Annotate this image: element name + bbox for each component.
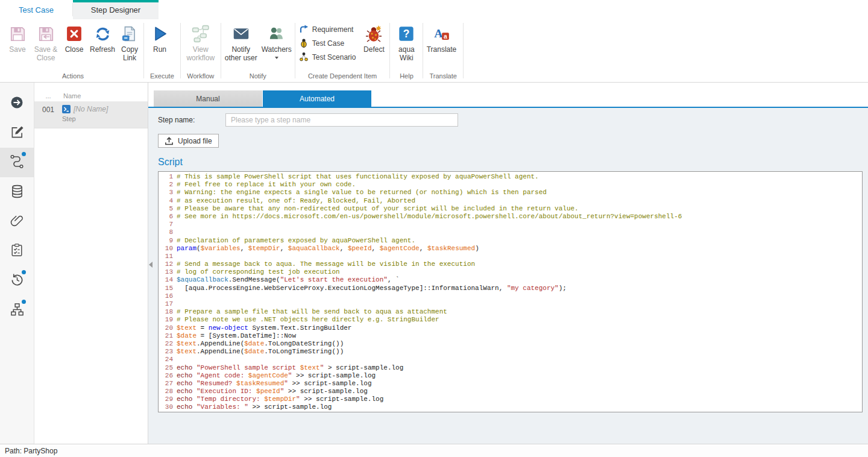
- run-icon: [151, 24, 169, 43]
- code-line: 10param($variables, $tempDir, $aquaCallb…: [159, 245, 862, 253]
- code-line: 7: [159, 221, 862, 228]
- code-line: 24: [159, 356, 862, 364]
- translate-button[interactable]: Aa Translate: [424, 22, 458, 55]
- sidebar-item-attachments[interactable]: [0, 207, 34, 236]
- code-line: 6# See more in https://docs.microsoft.co…: [159, 213, 862, 221]
- sidebar-item-edit[interactable]: [0, 118, 34, 148]
- step-type-label: Step: [62, 115, 148, 122]
- copy-link-button[interactable]: Copy Link: [117, 22, 142, 63]
- step-name-label: [No Name]: [74, 105, 108, 113]
- code-line: 21$date = [System.DateTime]::Now: [159, 332, 862, 340]
- save-close-icon: [38, 24, 54, 43]
- refresh-icon: [95, 24, 111, 43]
- paperclip-icon: [10, 214, 24, 229]
- code-line: 28echo "Execution ID: $peeId" >> script-…: [159, 388, 862, 396]
- code-line: 5# Please be aware that any non-redirect…: [159, 205, 862, 213]
- open-arrow-icon: [10, 95, 24, 112]
- database-icon: [10, 184, 24, 200]
- save-button: Save: [4, 22, 31, 55]
- automated-step-form: Step name: Upload file Script 1# This is…: [148, 108, 868, 444]
- requirement-icon: [299, 24, 309, 36]
- save-icon: [10, 24, 26, 43]
- code-line: 8: [159, 228, 862, 236]
- left-rail: [0, 83, 34, 444]
- code-line: 2# Feel free to replace it with your own…: [159, 181, 862, 189]
- upload-icon: [165, 136, 174, 145]
- column-header-name[interactable]: Name: [62, 92, 148, 99]
- sidebar-item-data[interactable]: [0, 177, 34, 207]
- step-list-item[interactable]: 001 [No Name] Step: [34, 102, 148, 128]
- code-line: 22$text.AppendLine($date.ToLongDateStrin…: [159, 340, 862, 348]
- sidebar-item-checklist[interactable]: [0, 236, 34, 266]
- checklist-icon: [10, 244, 24, 259]
- code-line: 25echo "PowerShell sample script $text" …: [159, 364, 862, 372]
- workflow-icon: [192, 24, 210, 43]
- script-code-editor[interactable]: 1# This is sample PowerShell script that…: [158, 171, 863, 412]
- run-button[interactable]: Run: [145, 22, 174, 55]
- test-scenario-icon: [299, 52, 309, 63]
- statusbar: Path: PartyShop: [0, 444, 868, 457]
- ribbon-separator: [463, 23, 464, 78]
- ribbon-separator: [143, 23, 144, 78]
- steps-panel: ... Name 001 [No Name] Step: [34, 83, 148, 444]
- tab-step-designer[interactable]: Step Designer: [73, 0, 159, 19]
- code-line: 31: [159, 412, 862, 412]
- main-area: ... Name 001 [No Name] Step M: [0, 83, 868, 444]
- create-test-case-button[interactable]: Test Case: [299, 37, 356, 50]
- ribbon-group-execute: Run Execute: [145, 19, 179, 82]
- close-button[interactable]: Close: [60, 22, 88, 55]
- group-label-actions: Actions: [4, 72, 142, 82]
- dropdown-caret-icon: [275, 57, 278, 59]
- tab-test-case[interactable]: Test Case: [0, 0, 72, 19]
- column-chooser[interactable]: ...: [34, 92, 62, 99]
- active-tab-accent: [73, 0, 159, 2]
- path-label: Path: PartyShop: [5, 447, 57, 455]
- envelope-icon: [233, 24, 250, 43]
- app-window: Test Case Step Designer Save Sav: [0, 0, 868, 457]
- create-defect-button[interactable]: Defect: [359, 22, 388, 55]
- code-line: 30echo "Variables: " >> script-sample.lo…: [159, 403, 862, 411]
- tab-manual[interactable]: Manual: [154, 90, 262, 107]
- notification-dot: [22, 270, 26, 274]
- code-line: 15 [aqua.ProcessEngine.WebServiceProxy.E…: [159, 285, 862, 292]
- create-test-scenario-button[interactable]: Test Scenario: [299, 51, 356, 64]
- step-name-input[interactable]: [225, 113, 458, 127]
- ribbon-group-notify: Notify other user Watchers Notify: [222, 19, 294, 82]
- history-icon: [10, 273, 24, 289]
- tab-step-designer-label: Step Designer: [91, 5, 140, 14]
- bug-icon: [365, 24, 383, 43]
- ribbon-separator: [423, 23, 423, 78]
- code-line: 9# Declaration of parameters exposed by …: [159, 237, 862, 245]
- code-line: 20$text = new-object System.Text.StringB…: [159, 324, 862, 332]
- code-line: 26echo "Agent code: $agentCode" >> scrip…: [159, 372, 862, 380]
- refresh-button[interactable]: Refresh: [88, 22, 117, 55]
- sidebar-item-history[interactable]: [0, 266, 34, 295]
- steps-list-header: ... Name: [34, 90, 148, 102]
- sidebar-item-open[interactable]: [0, 89, 34, 118]
- tab-automated[interactable]: Automated: [263, 90, 371, 107]
- group-label-translate: Translate: [424, 72, 461, 82]
- group-label-notify: Notify: [222, 72, 294, 82]
- test-case-icon: [299, 38, 309, 49]
- aqua-wiki-button[interactable]: ? aqua Wiki: [391, 22, 421, 63]
- code-line: 11: [159, 253, 862, 260]
- code-line: 13# log of corresponding test job execut…: [159, 268, 862, 276]
- ribbon-separator: [295, 23, 295, 78]
- sidebar-item-automation[interactable]: [0, 148, 34, 177]
- ribbon-separator: [221, 23, 221, 78]
- code-line: 29echo "Temp directory: $tempDir" >> scr…: [159, 396, 862, 403]
- code-line: 17: [159, 300, 862, 308]
- ribbon-group-create-dependent: Requirement Test Case Test Scenario: [297, 19, 389, 82]
- question-icon: ?: [398, 24, 415, 43]
- upload-file-button[interactable]: Upload file: [158, 134, 219, 148]
- ribbon-group-help: ? aqua Wiki Help: [391, 19, 421, 82]
- panel-collapse-button[interactable]: [149, 259, 155, 271]
- sidebar-item-dependencies[interactable]: [0, 295, 34, 325]
- titlebar: Test Case Step Designer: [0, 0, 868, 19]
- code-line: 1# This is sample PowerShell script that…: [159, 173, 862, 181]
- notify-other-user-button[interactable]: Notify other user: [222, 22, 260, 63]
- notification-dot: [22, 300, 26, 304]
- watchers-button[interactable]: Watchers: [260, 22, 294, 60]
- svg-text:a: a: [444, 33, 448, 40]
- create-requirement-button[interactable]: Requirement: [299, 23, 356, 36]
